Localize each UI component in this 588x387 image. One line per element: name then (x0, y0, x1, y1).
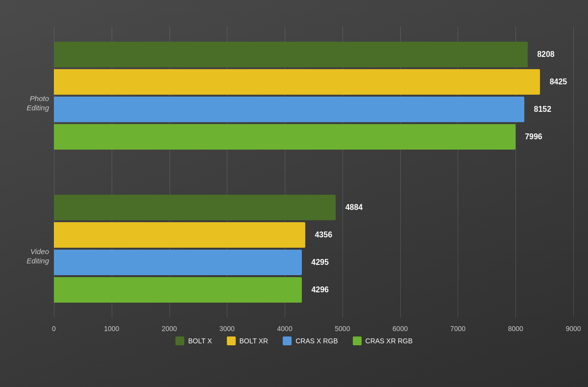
legend-item: CRAS X RGB (283, 336, 338, 345)
bar-value-label: 8152 (534, 105, 552, 114)
bar-group-1: 4884435642954296 (54, 180, 573, 318)
legend-color-swatch (175, 336, 184, 345)
x-axis-label: 0 (52, 325, 56, 333)
chart-body: Photo EditingVideo Editing 8208842581527… (15, 26, 573, 333)
bar-cras-x-rgb: 4295 (54, 250, 302, 275)
legend-color-swatch (283, 336, 292, 345)
legend-item: BOLT X (175, 336, 212, 345)
bar-value-label: 8208 (537, 50, 555, 59)
legend-color-swatch (353, 336, 362, 345)
legend-color-swatch (227, 336, 236, 345)
x-axis-label: 8000 (508, 325, 523, 333)
x-axis-label: 6000 (392, 325, 408, 333)
bar-cras-x-rgb: 8152 (54, 97, 524, 122)
x-axis-label: 1000 (104, 325, 119, 333)
bar-value-label: 4296 (311, 285, 329, 294)
chart-area: 8208842581527996488443564295429601000200… (54, 26, 573, 333)
legend-label: BOLT X (188, 337, 212, 345)
legend-item: BOLT XR (227, 336, 269, 345)
legend-label: CRAS XR RGB (366, 337, 413, 345)
bar-row: 4295 (54, 250, 573, 275)
x-axis-label: 9000 (565, 325, 581, 333)
bar-row: 8208 (54, 42, 573, 67)
bar-bolt-xr: 8425 (54, 69, 540, 95)
x-axis-label: 7000 (450, 325, 466, 333)
bar-row: 4296 (54, 277, 573, 303)
x-axis-label: 4000 (277, 325, 293, 333)
bar-value-label: 4884 (345, 203, 363, 212)
bars-container: 82088425815279964884435642954296 (54, 26, 573, 318)
y-axis-label: Video Editing (26, 247, 49, 266)
legend-item: CRAS XR RGB (353, 336, 413, 345)
bar-row: 4884 (54, 195, 573, 220)
x-axis-label: 2000 (162, 325, 177, 333)
y-axis-label: Photo Editing (26, 94, 49, 113)
bar-value-label: 4356 (315, 231, 332, 239)
bar-cras-xr-rgb: 7996 (54, 124, 515, 150)
bar-row: 4356 (54, 222, 573, 248)
chart-container: Photo EditingVideo Editing 8208842581527… (0, 0, 588, 387)
bar-row: 8425 (54, 69, 573, 95)
x-axis: 0100020003000400050006000700080009000 (54, 318, 573, 333)
legend-label: CRAS X RGB (295, 337, 338, 345)
y-labels: Photo EditingVideo Editing (15, 26, 54, 333)
grid-line (573, 26, 574, 318)
legend-label: BOLT XR (240, 337, 269, 345)
bar-bolt-x: 4884 (54, 195, 336, 220)
x-axis-label: 3000 (220, 325, 235, 333)
bar-group-0: 8208842581527996 (54, 26, 573, 165)
legend: BOLT XBOLT XRCRAS X RGBCRAS XR RGB (15, 336, 573, 348)
bar-bolt-xr: 4356 (54, 222, 305, 248)
bar-bolt-x: 8208 (54, 42, 528, 67)
bar-value-label: 7996 (525, 132, 542, 141)
bars-section: 8208842581527996488443564295429601000200… (54, 26, 573, 333)
bar-value-label: 4295 (311, 258, 329, 267)
bar-cras-xr-rgb: 4296 (54, 277, 302, 303)
bar-row: 7996 (54, 124, 573, 150)
x-axis-label: 5000 (335, 325, 350, 333)
bar-value-label: 8425 (550, 77, 567, 86)
bar-row: 8152 (54, 97, 573, 122)
